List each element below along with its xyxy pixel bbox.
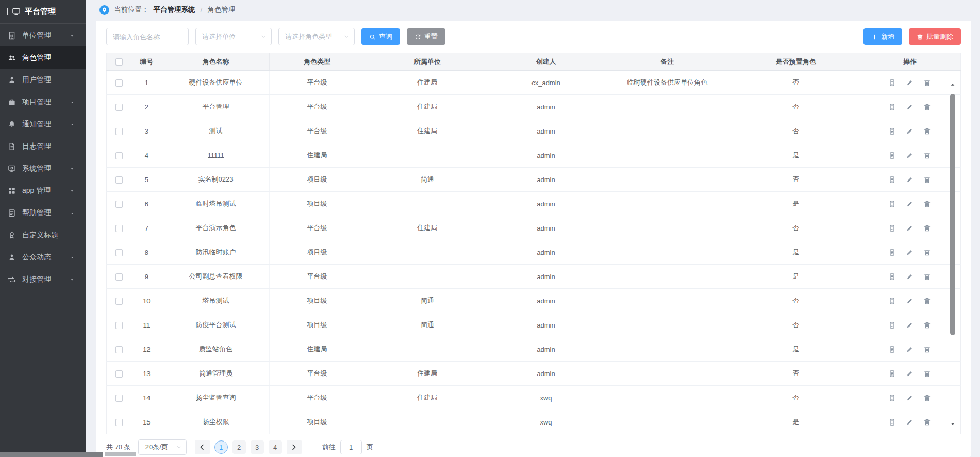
sidebar-item-system-management[interactable]: 系统管理 <box>0 157 86 179</box>
sidebar-item-user-management[interactable]: 用户管理 <box>0 69 86 91</box>
cell-role-type: 项目级 <box>270 410 364 434</box>
horizontal-scrollbar <box>0 452 980 457</box>
edit-icon[interactable] <box>906 103 913 111</box>
view-detail-icon[interactable] <box>888 127 896 135</box>
view-detail-icon[interactable] <box>888 394 896 402</box>
add-button[interactable]: 新增 <box>863 28 902 45</box>
edit-icon[interactable] <box>906 418 913 426</box>
edit-icon[interactable] <box>906 370 913 378</box>
view-detail-icon[interactable] <box>888 200 896 208</box>
delete-icon[interactable] <box>923 200 931 208</box>
role-name-input[interactable] <box>106 28 189 45</box>
view-detail-icon[interactable] <box>888 346 896 353</box>
sidebar-item-notice-management[interactable]: 通知管理 <box>0 113 86 135</box>
row-checkbox[interactable] <box>115 176 123 184</box>
row-checkbox[interactable] <box>115 370 123 378</box>
cell-preset: 否 <box>733 168 859 192</box>
delete-icon[interactable] <box>923 249 931 256</box>
sidebar-item-integration-management[interactable]: 对接管理 <box>0 268 86 290</box>
delete-icon[interactable] <box>923 152 931 159</box>
select-all-checkbox[interactable] <box>115 58 123 66</box>
row-checkbox[interactable] <box>115 249 123 256</box>
cell-remark <box>602 143 733 168</box>
delete-icon[interactable] <box>923 127 931 135</box>
unit-select[interactable]: 请选择单位 <box>195 28 272 45</box>
delete-icon[interactable] <box>923 79 931 87</box>
cell-role-name: 防汛临时账户 <box>162 240 270 265</box>
view-detail-icon[interactable] <box>888 103 896 111</box>
view-detail-icon[interactable] <box>888 176 896 184</box>
sidebar-item-public-dynamics[interactable]: 公众动态 <box>0 246 86 268</box>
row-select-cell <box>107 95 131 119</box>
scroll-up-arrow[interactable] <box>950 81 956 88</box>
row-checkbox[interactable] <box>115 322 123 329</box>
sidebar-item-log-management[interactable]: 日志管理 <box>0 135 86 157</box>
search-button[interactable]: 查询 <box>361 28 400 45</box>
reset-button[interactable]: 重置 <box>407 28 445 45</box>
view-detail-icon[interactable] <box>888 273 896 281</box>
scroll-thumb[interactable] <box>950 94 955 335</box>
batch-delete-button[interactable]: 批量删除 <box>909 28 961 45</box>
delete-icon[interactable] <box>923 176 931 184</box>
horizontal-scroll-thumb[interactable] <box>0 452 103 457</box>
edit-icon[interactable] <box>906 321 913 329</box>
cell-preset: 否 <box>733 289 859 313</box>
edit-icon[interactable] <box>906 127 913 135</box>
view-detail-icon[interactable] <box>888 321 896 329</box>
edit-icon[interactable] <box>906 297 913 305</box>
delete-icon[interactable] <box>923 273 931 281</box>
delete-icon[interactable] <box>923 224 931 232</box>
sidebar-item-help-management[interactable]: 帮助管理 <box>0 202 86 224</box>
row-checkbox[interactable] <box>115 201 123 208</box>
row-checkbox[interactable] <box>115 395 123 402</box>
table-header-row: 编号角色名称角色类型所属单位创建人备注是否预置角色操作 <box>107 53 961 71</box>
cell-role-name: 公司副总查看权限 <box>162 265 270 289</box>
breadcrumb-root[interactable]: 平台管理系统 <box>154 5 195 14</box>
view-detail-icon[interactable] <box>888 297 896 305</box>
horizontal-scroll-handle[interactable] <box>105 452 136 456</box>
row-checkbox[interactable] <box>115 225 123 232</box>
view-detail-icon[interactable] <box>888 370 896 378</box>
delete-icon[interactable] <box>923 321 931 329</box>
row-checkbox[interactable] <box>115 79 123 87</box>
delete-icon[interactable] <box>923 418 931 426</box>
edit-icon[interactable] <box>906 176 913 184</box>
row-checkbox[interactable] <box>115 152 123 159</box>
row-checkbox[interactable] <box>115 273 123 281</box>
edit-icon[interactable] <box>906 79 913 87</box>
edit-icon[interactable] <box>906 224 913 232</box>
sidebar-item-app-management[interactable]: app 管理 <box>0 179 86 202</box>
sidebar-item-role-management[interactable]: 角色管理 <box>0 46 86 69</box>
sidebar-item-custom-title[interactable]: 自定义标题 <box>0 224 86 246</box>
roles-table: 编号角色名称角色类型所属单位创建人备注是否预置角色操作 1硬件设备供应单位平台级… <box>106 53 961 434</box>
delete-icon[interactable] <box>923 394 931 402</box>
view-detail-icon[interactable] <box>888 418 896 426</box>
delete-icon[interactable] <box>923 103 931 111</box>
edit-icon[interactable] <box>906 152 913 159</box>
sidebar-item-project-management[interactable]: 项目管理 <box>0 91 86 113</box>
sidebar-item-label: 项目管理 <box>22 97 51 107</box>
row-checkbox[interactable] <box>115 419 123 426</box>
scroll-down-arrow[interactable] <box>950 421 956 427</box>
edit-icon[interactable] <box>906 394 913 402</box>
edit-icon[interactable] <box>906 273 913 281</box>
row-checkbox[interactable] <box>115 298 123 305</box>
delete-icon[interactable] <box>923 297 931 305</box>
cell-index: 7 <box>131 216 162 240</box>
view-detail-icon[interactable] <box>888 79 896 87</box>
role-type-select[interactable]: 请选择角色类型 <box>278 28 355 45</box>
cell-role-type: 平台级 <box>270 216 364 240</box>
delete-icon[interactable] <box>923 370 931 378</box>
edit-icon[interactable] <box>906 200 913 208</box>
row-checkbox[interactable] <box>115 128 123 135</box>
delete-icon[interactable] <box>923 346 931 353</box>
edit-icon[interactable] <box>906 249 913 256</box>
view-detail-icon[interactable] <box>888 224 896 232</box>
sidebar-item-unit-management[interactable]: 单位管理 <box>0 24 86 46</box>
view-detail-icon[interactable] <box>888 249 896 256</box>
edit-icon[interactable] <box>906 346 913 353</box>
cell-remark <box>602 362 733 386</box>
view-detail-icon[interactable] <box>888 152 896 159</box>
row-checkbox[interactable] <box>115 104 123 111</box>
row-checkbox[interactable] <box>115 346 123 353</box>
